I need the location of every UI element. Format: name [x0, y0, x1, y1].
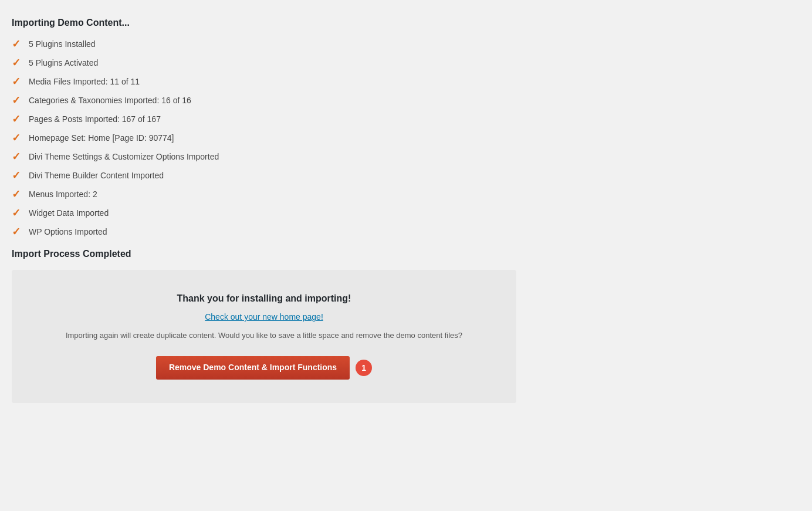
check-icon: ✓: [12, 208, 21, 218]
checklist-item-plugins-installed: ✓5 Plugins Installed: [12, 39, 516, 49]
check-icon: ✓: [12, 95, 21, 106]
check-icon: ✓: [12, 39, 21, 49]
completion-title: Import Process Completed: [12, 249, 516, 259]
check-icon: ✓: [12, 189, 21, 199]
checklist-item-label: Divi Theme Settings & Customizer Options…: [29, 152, 219, 161]
checklist-item-widget-data: ✓Widget Data Imported: [12, 208, 516, 218]
checklist-item-label: Menus Imported: 2: [29, 189, 97, 199]
checklist-item-label: Pages & Posts Imported: 167 of 167: [29, 114, 161, 124]
checklist-item-plugins-activated: ✓5 Plugins Activated: [12, 57, 516, 68]
check-icon: ✓: [12, 226, 21, 237]
check-icon: ✓: [12, 170, 21, 181]
completion-box: Thank you for installing and importing! …: [12, 270, 516, 403]
checklist-item-wp-options: ✓WP Options Imported: [12, 226, 516, 237]
homepage-link[interactable]: Check out your new home page!: [29, 312, 499, 322]
checklist-item-label: WP Options Imported: [29, 227, 107, 236]
check-icon: ✓: [12, 57, 21, 68]
checklist-item-label: 5 Plugins Activated: [29, 58, 98, 67]
checklist-item-pages-posts: ✓Pages & Posts Imported: 167 of 167: [12, 114, 516, 124]
checklist-item-label: Media Files Imported: 11 of 11: [29, 77, 140, 86]
thank-you-text: Thank you for installing and importing!: [29, 293, 499, 304]
main-title: Importing Demo Content...: [12, 18, 516, 28]
page-wrapper: Importing Demo Content... ✓5 Plugins Ins…: [12, 12, 516, 409]
checklist-item-media-files: ✓Media Files Imported: 11 of 11: [12, 76, 516, 87]
checklist-item-label: 5 Plugins Installed: [29, 39, 96, 49]
check-icon: ✓: [12, 114, 21, 124]
check-icon: ✓: [12, 76, 21, 87]
checklist-item-homepage-set: ✓Homepage Set: Home [Page ID: 90774]: [12, 133, 516, 143]
button-row: Remove Demo Content & Import Functions 1: [29, 356, 499, 380]
checklist-item-label: Homepage Set: Home [Page ID: 90774]: [29, 133, 174, 143]
check-icon: ✓: [12, 133, 21, 143]
checklist-item-divi-settings: ✓Divi Theme Settings & Customizer Option…: [12, 151, 516, 162]
checklist-item-categories: ✓Categories & Taxonomies Imported: 16 of…: [12, 95, 516, 106]
remove-demo-button[interactable]: Remove Demo Content & Import Functions: [156, 356, 350, 380]
checklist-item-label: Divi Theme Builder Content Imported: [29, 171, 164, 180]
badge-number: 1: [356, 360, 372, 376]
checklist: ✓5 Plugins Installed✓5 Plugins Activated…: [12, 39, 516, 237]
checklist-item-menus: ✓Menus Imported: 2: [12, 189, 516, 199]
check-icon: ✓: [12, 151, 21, 162]
warning-text: Importing again will create duplicate co…: [29, 331, 499, 340]
checklist-item-label: Categories & Taxonomies Imported: 16 of …: [29, 96, 191, 105]
checklist-item-divi-builder: ✓Divi Theme Builder Content Imported: [12, 170, 516, 181]
checklist-item-label: Widget Data Imported: [29, 208, 109, 218]
